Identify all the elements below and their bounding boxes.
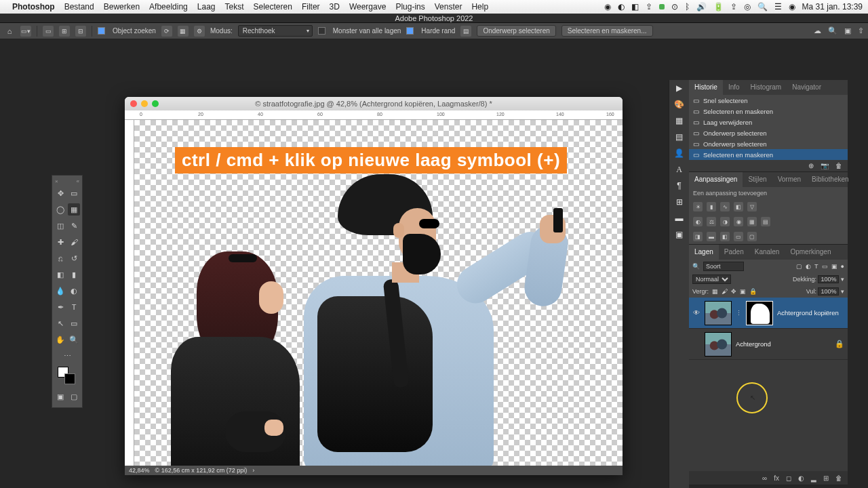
visibility-icon[interactable]: 👁 — [692, 309, 701, 317]
layer-row[interactable]: Achtergrond 🔒 — [689, 329, 848, 360]
vibrance-icon[interactable]: ▽ — [747, 202, 757, 211]
tab-comments[interactable]: Opmerkingen — [785, 245, 836, 260]
tab-channels[interactable]: Kanalen — [749, 245, 785, 260]
history-item[interactable]: ▭Onderwerp selecteren — [689, 127, 848, 138]
threshold-icon[interactable]: ◧ — [720, 232, 730, 241]
siri-icon[interactable]: ◉ — [789, 2, 795, 12]
menu-window[interactable]: Venster — [435, 2, 462, 12]
wifi-icon[interactable]: ⇪ — [730, 2, 737, 12]
share-icon[interactable]: ⇧ — [858, 26, 864, 35]
lock-paint-icon[interactable]: 🖌 — [722, 288, 728, 295]
layer-mask-thumb[interactable] — [746, 301, 773, 325]
hue-icon[interactable]: ◐ — [693, 217, 703, 226]
selective-color-icon[interactable]: ▢ — [747, 232, 757, 241]
eyedropper-tool[interactable]: ✎ — [68, 220, 80, 232]
play-icon[interactable]: ▶ — [669, 80, 689, 96]
cloud-icon[interactable]: ☁ — [814, 26, 821, 35]
menubar-icon[interactable]: ◐ — [618, 2, 625, 12]
chevron-right-icon[interactable]: › — [252, 467, 254, 474]
color-balance-icon[interactable]: ⚖ — [707, 217, 716, 226]
mode-dropdown[interactable]: Rechthoek — [238, 25, 313, 37]
glyphs-icon[interactable]: ⊞ — [669, 194, 689, 210]
history-item[interactable]: ▭Onderwerp selecteren — [689, 138, 848, 149]
channel-mixer-icon[interactable]: ▦ — [747, 217, 757, 226]
stamp-tool[interactable]: ⎌ — [54, 252, 66, 264]
chevron-down-icon[interactable]: ▾ — [841, 288, 844, 295]
quick-mask-tool[interactable]: ▣ — [54, 390, 66, 403]
link-layers-icon[interactable]: ∞ — [762, 474, 767, 482]
hand-tool[interactable]: ✋ — [54, 333, 66, 346]
group-icon[interactable]: ▂ — [811, 474, 816, 482]
tab-adjustments[interactable]: Aanpassingen — [689, 172, 743, 187]
dropbox-icon[interactable]: ⇪ — [646, 2, 652, 12]
brush-tool[interactable]: 🖌 — [68, 236, 80, 248]
tab-navigator[interactable]: Navigator — [787, 80, 827, 95]
levels-icon[interactable]: ▮ — [707, 202, 716, 211]
tab-paths[interactable]: Paden — [719, 245, 749, 260]
brushes-icon[interactable]: ▬ — [669, 210, 689, 226]
actions-icon[interactable]: ▣ — [669, 226, 689, 243]
menu-help[interactable]: Help — [471, 2, 488, 12]
bluetooth-icon[interactable]: ᛒ — [685, 2, 690, 12]
home-icon[interactable]: ⌂ — [4, 26, 15, 37]
zoom-level[interactable]: 42,84% — [129, 467, 150, 474]
adjustment-layer-icon[interactable]: ◐ — [798, 474, 804, 482]
posterize-icon[interactable]: ▬ — [707, 232, 716, 241]
pen-tool[interactable]: ✒ — [54, 301, 66, 313]
tab-shapes[interactable]: Vormen — [772, 172, 806, 187]
shape-tool[interactable]: ▭ — [68, 317, 80, 329]
menubar-icon[interactable]: ◧ — [631, 2, 639, 12]
record-icon[interactable]: ◉ — [604, 2, 611, 12]
trash-icon[interactable]: 🗑 — [835, 162, 842, 169]
doc-dimensions[interactable]: © 162,56 cm x 121,92 cm (72 ppi) — [155, 467, 248, 474]
zoom-tool[interactable]: 🔍 — [68, 333, 80, 346]
color-icon[interactable]: 🎨 — [669, 96, 689, 113]
color-swatches[interactable] — [56, 367, 78, 386]
trash-icon[interactable]: 🗑 — [835, 474, 842, 482]
paragraph-icon[interactable]: ¶ — [669, 178, 689, 194]
menu-plugins[interactable]: Plug-ins — [395, 2, 425, 12]
marquee-tool[interactable]: ▭ — [68, 187, 80, 199]
search-icon[interactable]: 🔍 — [828, 26, 837, 35]
lasso-tool[interactable]: ◯ — [54, 203, 66, 216]
control-center-icon[interactable]: ☰ — [774, 2, 782, 12]
libraries-icon[interactable]: ▤ — [669, 129, 689, 145]
new-sel-icon[interactable]: ▭ — [43, 26, 54, 37]
snapshot-icon[interactable]: 📷 — [821, 162, 829, 169]
brightness-icon[interactable]: ☀ — [693, 202, 703, 211]
heal-tool[interactable]: ✚ — [54, 236, 66, 248]
collapse-icon[interactable]: « — [77, 178, 79, 185]
menu-filter[interactable]: Filter — [302, 2, 320, 12]
sample-all-check[interactable] — [318, 27, 326, 35]
menu-view[interactable]: Weergave — [349, 2, 386, 12]
select-mask-button[interactable]: Selecteren en maskeren... — [561, 25, 653, 37]
path-tool[interactable]: ↖ — [54, 317, 66, 329]
history-item[interactable]: ▭Selecteren en maskeren — [689, 149, 848, 160]
app-menu[interactable]: Photoshop — [12, 2, 55, 12]
fill-input[interactable]: 100% — [818, 287, 839, 296]
filter-img-icon[interactable]: ▢ — [796, 263, 802, 270]
exposure-icon[interactable]: ◧ — [734, 202, 743, 211]
menu-layer[interactable]: Laag — [197, 2, 216, 12]
tab-info[interactable]: Info — [723, 80, 745, 95]
tab-libraries[interactable]: Bibliotheken — [806, 172, 854, 187]
filter-toggle-icon[interactable]: ● — [841, 263, 844, 270]
menubar-icon[interactable]: ◎ — [744, 2, 751, 12]
fx-icon[interactable]: fx — [774, 474, 779, 482]
find-object-check[interactable] — [98, 27, 105, 35]
menu-text[interactable]: Tekst — [225, 2, 244, 12]
filter-adj-icon[interactable]: ◐ — [806, 263, 811, 270]
lock-icon[interactable]: 🔒 — [835, 340, 844, 348]
invert-icon[interactable]: ◨ — [693, 232, 703, 241]
tool-preset-icon[interactable]: ▭▾ — [20, 26, 31, 37]
tab-styles[interactable]: Stijlen — [743, 172, 772, 187]
lookup-icon[interactable]: ▤ — [761, 217, 770, 226]
history-brush-tool[interactable]: ↺ — [68, 252, 80, 264]
select-subject-button[interactable]: Onderwerp selecteren — [477, 25, 555, 37]
search-icon[interactable]: 🔍 — [757, 2, 768, 12]
ruler-horizontal[interactable]: 0 20 40 60 80 100 120 140 160 — [125, 110, 623, 120]
add-sel-icon[interactable]: ⊞ — [59, 26, 70, 37]
screen-mode-tool[interactable]: ▢ — [68, 390, 80, 403]
lock-pos-icon[interactable]: ✥ — [731, 288, 736, 295]
menubar-icon[interactable]: ⊙ — [671, 2, 678, 12]
